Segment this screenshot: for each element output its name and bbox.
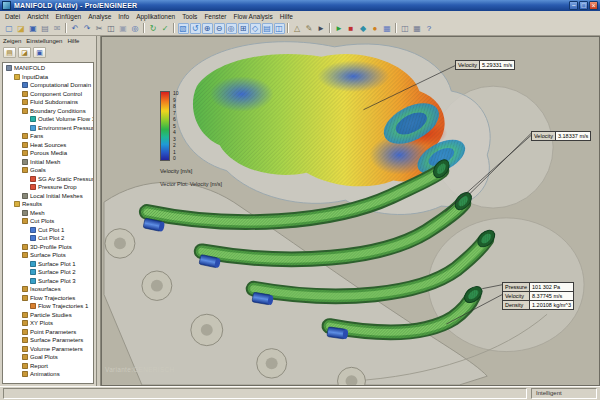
navigator-menu-hilfe[interactable]: Hilfe [67,36,79,46]
display-settings-tab-icon[interactable]: ▣ [33,47,46,58]
parameter-row: Velocity8.37745 m/s [503,292,574,301]
navigator-menu-zeigen[interactable]: Zeigen [3,36,21,46]
zoom-out-icon[interactable]: ⊖ [214,23,225,34]
tree-item-porous-media[interactable]: Porous Media [3,149,93,158]
tree-item-surface-plot-2[interactable]: Surface Plot 2 [3,268,93,277]
tree-item-environment-pressure-1[interactable]: Environment Pressure 1 [3,124,93,133]
menu-ansicht[interactable]: Ansicht [27,13,48,20]
regenerate-icon[interactable]: ↻ [148,23,159,34]
flow-results-icon[interactable]: ◆ [358,23,369,34]
tree-item-particle-studies[interactable]: Particle Studies [3,311,93,320]
tree-item-3d-profile-plots[interactable]: 3D-Profile Plots [3,243,93,252]
model-tree-tab-icon[interactable]: ▤ [3,47,16,58]
selection-filter[interactable]: Intelligent [531,388,597,399]
maximize-button[interactable]: □ [579,1,588,10]
menu-info[interactable]: Info [118,13,129,20]
tree-item-mesh[interactable]: Mesh [3,209,93,218]
model-tree[interactable]: MANIFOLDInputDataComputational DomainCom… [2,62,94,384]
porous-media-icon [22,150,28,156]
tree-item-pressure-drop[interactable]: Pressure Drop [3,183,93,192]
zoom-in-icon[interactable]: ⊕ [202,23,213,34]
legend-title: Velocity [m/s] [160,168,240,174]
tree-item-flow-trajectories-1[interactable]: Flow Trajectories 1 [3,302,93,311]
spin-icon[interactable]: ↺ [190,23,201,34]
tree-item-animations[interactable]: Animations [3,370,93,379]
tree-item-manifold[interactable]: MANIFOLD [3,64,93,73]
tree-item-goal-plots[interactable]: Goal Plots [3,353,93,362]
flow-plot-icon[interactable]: ● [370,23,381,34]
flow-run-icon[interactable]: ► [334,23,345,34]
tree-item-fluid-subdomains[interactable]: Fluid Subdomains [3,98,93,107]
tree-item-cut-plot-2[interactable]: Cut Plot 2 [3,234,93,243]
tree-item-computational-domain[interactable]: Computational Domain [3,81,93,90]
tree-item-flow-trajectories[interactable]: Flow Trajectories [3,294,93,303]
close-button[interactable]: × [589,1,598,10]
tree-item-cut-plots[interactable]: Cut Plots [3,217,93,226]
minimize-button[interactable]: − [569,1,578,10]
tree-item-inputdata[interactable]: InputData [3,73,93,82]
refit-icon[interactable]: ◎ [226,23,237,34]
tree-item-cut-plot-1[interactable]: Cut Plot 1 [3,226,93,235]
menu-analyse[interactable]: Analyse [88,13,111,20]
save-icon[interactable]: ▣ [28,23,39,34]
toolbar-separator [173,23,175,33]
mail-icon[interactable]: ✉ [52,23,63,34]
graphics-viewport[interactable]: 109876543210 Velocity [m/s] Vector Plot:… [101,36,600,386]
tree-item-surface-plot-3[interactable]: Surface Plot 3 [3,277,93,286]
flow-stop-icon[interactable]: ■ [346,23,357,34]
open-folder-icon[interactable]: ◪ [16,23,27,34]
pan-icon[interactable]: ⊞ [238,23,249,34]
menu-applikationen[interactable]: Applikationen [136,13,175,20]
tree-item-surface-plot-1[interactable]: Surface Plot 1 [3,260,93,269]
menu-tools[interactable]: Tools [182,13,197,20]
new-file-icon[interactable]: ▢ [4,23,15,34]
print-icon[interactable]: ▤ [40,23,51,34]
flow-mesh-icon[interactable]: ▦ [382,23,393,34]
window-cascade-icon[interactable]: ◫ [400,23,411,34]
menu-einf-gen[interactable]: Einfügen [56,13,82,20]
title-bar[interactable]: MANIFOLD (Aktiv) - Pro/ENGINEER −□× [0,0,600,11]
menu-hilfe[interactable]: Hilfe [280,13,293,20]
sketch-icon[interactable]: ✎ [304,23,315,34]
tree-item-component-control[interactable]: Component Control [3,90,93,99]
datum-plane-icon[interactable]: △ [292,23,303,34]
verify-icon[interactable]: ✓ [160,23,171,34]
folder-browser-tab-icon[interactable]: ◪ [18,47,31,58]
tree-item-point-parameters[interactable]: Point Parameters [3,328,93,337]
tree-item-outlet-volume-flow-1[interactable]: Outlet Volume Flow 1 [3,115,93,124]
repaint-icon[interactable]: ▧ [178,23,189,34]
tree-item-fans[interactable]: Fans [3,132,93,141]
search-icon[interactable]: ◎ [130,23,141,34]
tree-item-local-initial-meshes[interactable]: Local Initial Meshes [3,192,93,201]
redo-icon[interactable]: ↷ [82,23,93,34]
layers-icon[interactable]: ▤ [262,23,273,34]
saved-views-icon[interactable]: ◇ [250,23,261,34]
tree-item-initial-mesh[interactable]: Initial Mesh [3,158,93,167]
tree-item-label: Flow Trajectories [30,295,75,301]
view-manager-icon[interactable]: ◫ [274,23,285,34]
copy-icon[interactable]: ◫ [106,23,117,34]
tree-item-results[interactable]: Results [3,200,93,209]
paste-icon[interactable]: ▣ [118,23,129,34]
tree-item-volume-parameters[interactable]: Volume Parameters [3,345,93,354]
navigator-menu-einstellungen[interactable]: Einstellungen [26,36,62,46]
tree-item-heat-sources[interactable]: Heat Sources [3,141,93,150]
velocity-callout-mid: Velocity 3.18337 m/s [531,131,591,141]
tree-item-boundary-conditions[interactable]: Boundary Conditions [3,107,93,116]
cut-icon[interactable]: ✂ [94,23,105,34]
tree-item-xy-plots[interactable]: XY Plots [3,319,93,328]
tree-item-isosurfaces[interactable]: Isosurfaces [3,285,93,294]
tree-item-goals[interactable]: Goals [3,166,93,175]
menu-datei[interactable]: Datei [5,13,20,20]
tree-item-label: Environment Pressure 1 [38,125,94,131]
tree-item-surface-parameters[interactable]: Surface Parameters [3,336,93,345]
select-arrow-icon[interactable]: ► [316,23,327,34]
tree-item-report[interactable]: Report [3,362,93,371]
window-tile-icon[interactable]: ▦ [412,23,423,34]
menu-fenster[interactable]: Fenster [204,13,226,20]
tree-item-surface-plots[interactable]: Surface Plots [3,251,93,260]
menu-flow-analysis[interactable]: Flow Analysis [233,13,272,20]
undo-icon[interactable]: ↶ [70,23,81,34]
tree-item-sg-av-static-pressure-1[interactable]: SG Av Static Pressure 1 [3,175,93,184]
help-icon[interactable]: ? [424,23,435,34]
